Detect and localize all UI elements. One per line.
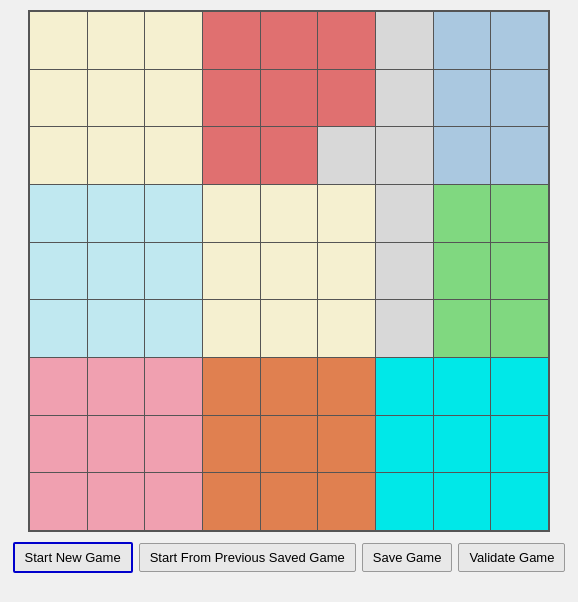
grid-cell [376, 300, 433, 357]
grid-cell [434, 473, 491, 530]
grid-cell [491, 300, 548, 357]
start-new-game-button[interactable]: Start New Game [13, 542, 133, 573]
grid-cell [203, 416, 260, 473]
grid-cell [145, 416, 202, 473]
grid-cell [30, 127, 87, 184]
grid-cell [434, 127, 491, 184]
grid-cell [88, 473, 145, 530]
grid-cell [491, 127, 548, 184]
validate-game-button[interactable]: Validate Game [458, 543, 565, 572]
grid-cell [491, 70, 548, 127]
grid-cell [491, 358, 548, 415]
grid-cell [88, 358, 145, 415]
grid-cell [30, 185, 87, 242]
grid-cell [30, 243, 87, 300]
grid-cell [30, 473, 87, 530]
grid-cell [145, 185, 202, 242]
grid-cell [376, 185, 433, 242]
grid-cell [376, 243, 433, 300]
grid-cell [434, 12, 491, 69]
grid-cell [88, 243, 145, 300]
grid-cell [30, 358, 87, 415]
grid-cell [88, 300, 145, 357]
grid-cell [261, 300, 318, 357]
grid-cell [376, 70, 433, 127]
grid-cell [203, 300, 260, 357]
grid-cell [318, 70, 375, 127]
grid-cell [318, 358, 375, 415]
grid-cell [145, 12, 202, 69]
grid-cell [318, 473, 375, 530]
grid-cell [145, 473, 202, 530]
grid-cell [30, 416, 87, 473]
grid-cell [318, 12, 375, 69]
grid-cell [491, 243, 548, 300]
grid-cell [145, 127, 202, 184]
grid-cell [30, 300, 87, 357]
grid-cell [203, 243, 260, 300]
grid-cell [434, 70, 491, 127]
grid-cell [261, 358, 318, 415]
grid-cell [145, 70, 202, 127]
grid-cell [491, 416, 548, 473]
grid-cell [376, 12, 433, 69]
grid-cell [145, 358, 202, 415]
grid-cell [318, 127, 375, 184]
grid-cell [434, 300, 491, 357]
grid-cell [88, 416, 145, 473]
game-grid [28, 10, 550, 532]
grid-cell [376, 473, 433, 530]
grid-cell [261, 185, 318, 242]
grid-cell [261, 12, 318, 69]
grid-cell [88, 70, 145, 127]
grid-cell [491, 12, 548, 69]
grid-cell [88, 127, 145, 184]
grid-cell [261, 416, 318, 473]
save-game-button[interactable]: Save Game [362, 543, 453, 572]
grid-cell [30, 12, 87, 69]
grid-cell [261, 127, 318, 184]
grid-cell [434, 416, 491, 473]
grid-cell [203, 185, 260, 242]
grid-cell [376, 127, 433, 184]
button-row: Start New Game Start From Previous Saved… [10, 542, 568, 573]
grid-cell [203, 127, 260, 184]
grid-cell [203, 70, 260, 127]
grid-cell [145, 300, 202, 357]
grid-cell [203, 12, 260, 69]
grid-cell [434, 358, 491, 415]
grid-cell [318, 300, 375, 357]
grid-cell [261, 473, 318, 530]
grid-cell [434, 243, 491, 300]
grid-cell [376, 358, 433, 415]
start-from-saved-button[interactable]: Start From Previous Saved Game [139, 543, 356, 572]
grid-cell [203, 473, 260, 530]
grid-cell [434, 185, 491, 242]
grid-cell [203, 358, 260, 415]
grid-cell [491, 185, 548, 242]
grid-cell [88, 12, 145, 69]
grid-cell [318, 185, 375, 242]
grid-cell [88, 185, 145, 242]
grid-cell [318, 416, 375, 473]
grid-cell [261, 243, 318, 300]
grid-cell [261, 70, 318, 127]
grid-cell [318, 243, 375, 300]
grid-cell [145, 243, 202, 300]
grid-cell [376, 416, 433, 473]
grid-cell [30, 70, 87, 127]
grid-cell [491, 473, 548, 530]
